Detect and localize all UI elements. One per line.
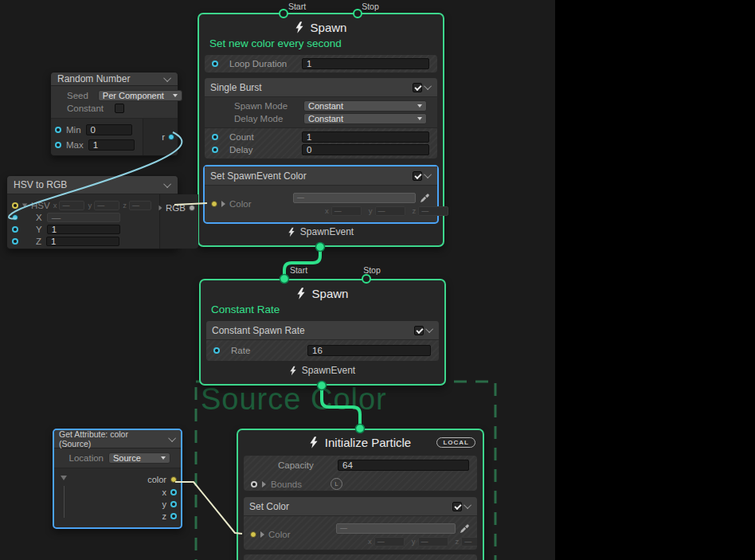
expand-triangle-icon[interactable] [158,206,162,210]
loop-duration-port[interactable] [212,61,218,67]
location-label: Location [65,453,104,463]
node-title: Initialize Particle [325,436,411,449]
hsv-label: HSV [31,201,50,210]
group-title-source-color[interactable]: Source Color [201,382,387,417]
lightning-icon [290,366,296,376]
chevron-down-icon[interactable] [424,82,432,90]
eyedropper-icon[interactable] [460,523,470,534]
set-spawnevent-color-block[interactable]: Set SpawnEvent Color Color — x— y [203,165,439,224]
hsv-x-port[interactable] [12,214,18,221]
color-output-label: color [147,475,166,484]
spawnevent-output-row: SpawnEvent [199,224,443,240]
dropdown-arrow-icon [161,456,166,460]
set-spawnevent-color-enabled-checkbox[interactable] [413,171,422,181]
bounds-port[interactable] [251,481,257,488]
capacity-field[interactable]: 64 [338,460,469,471]
indent-guide [64,486,65,518]
local-space-badge[interactable]: LOCAL [436,437,475,448]
edge-attribute-color-to-set-color[interactable] [175,482,242,534]
color-y-field: — [375,206,405,216]
spawn-context-2[interactable]: Spawn Constant Rate Constant Spawn Rate … [199,279,446,386]
node-subtitle: Set new color every second [199,36,443,52]
set-color-block[interactable]: Set Color Color — x— y— [244,497,477,549]
hsv-z-field[interactable]: 1 [46,237,119,246]
rate-port[interactable] [213,347,220,354]
rate-field[interactable]: 16 [307,345,431,356]
hsv-z-port[interactable] [12,238,18,245]
expand-triangle-icon[interactable] [260,531,264,538]
chevron-down-icon[interactable] [163,74,171,82]
node-title: Spawn [312,287,349,300]
delay-mode-dropdown[interactable]: Constant [303,113,427,124]
count-port[interactable] [212,134,218,140]
seed-label: Seed [67,91,88,100]
seed-dropdown[interactable]: Per Component [98,90,182,101]
hsv-input-port[interactable] [12,202,18,209]
hsv-z-label: Z [36,237,41,246]
hsv-x-label: X [36,213,42,222]
x-output-port[interactable] [170,489,177,495]
bounds-label: Bounds [271,480,302,489]
z-output-port[interactable] [170,513,177,519]
constant-spawn-rate-block[interactable]: Constant Spawn Rate Rate 16 [206,321,439,361]
random-output-port[interactable] [168,134,174,140]
min-port[interactable] [55,127,61,133]
chevron-down-icon[interactable] [163,180,171,188]
lightning-icon [295,22,303,33]
loop-duration-field[interactable]: 1 [302,58,429,69]
expand-triangle-icon[interactable] [221,201,225,207]
spawn1-start-label: Start [288,2,306,11]
link-icon[interactable]: L [331,478,342,490]
single-burst-block[interactable]: Single Burst Spawn Mode Constant Delay M… [205,78,437,159]
count-field[interactable]: 1 [302,131,429,143]
random-output-label: r [162,132,165,142]
delay-mode-label: Delay Mode [234,114,283,123]
dropdown-arrow-icon [417,117,422,120]
constant-checkbox[interactable] [115,104,124,113]
dropdown-arrow-icon [417,104,422,108]
eyedropper-icon[interactable] [420,193,430,203]
initialize-particle-context[interactable]: Initialize Particle LOCAL Capacity 64 Bo… [237,429,484,560]
node-title: Spawn [311,21,347,34]
loop-duration-block: Loop Duration 1 [205,55,437,72]
spawnevent-color-label: Color [229,199,251,209]
chevron-down-icon[interactable] [464,501,471,509]
collapse-triangle-icon[interactable] [61,476,67,480]
collapse-triangle-icon[interactable] [22,203,27,207]
rgb-output-port[interactable] [189,205,195,211]
hsv-to-rgb-node[interactable]: HSV to RGB HSV x— y— z— X — [6,175,178,249]
color-gradient-field[interactable]: — [336,523,456,534]
location-dropdown[interactable]: Source [108,452,170,464]
spawn-mode-dropdown[interactable]: Constant [303,100,427,112]
set-spawnevent-color-title: Set SpawnEvent Color [210,170,307,182]
random-number-title: Random Number [57,73,130,84]
single-burst-enabled-checkbox[interactable] [413,83,422,92]
constant-spawn-rate-enabled-checkbox[interactable] [414,326,424,335]
get-attribute-title: Get Attribute: color (Source) [59,429,161,448]
expand-triangle-icon[interactable] [262,481,266,488]
spawnevent-color-input-port[interactable] [211,201,217,207]
set-color-input-port[interactable] [250,531,256,538]
get-attribute-color-node[interactable]: Get Attribute: color (Source) Location S… [53,429,182,529]
chevron-down-icon[interactable] [425,325,433,333]
min-field[interactable]: 0 [86,124,132,135]
spawn1-stop-label: Stop [362,2,379,11]
delay-port[interactable] [212,147,218,153]
color-z-field: — [418,206,448,216]
max-field[interactable]: 1 [88,139,135,151]
y-output-port[interactable] [170,501,177,507]
spawn2-stop-label: Stop [363,265,381,275]
hsv-y-field[interactable]: 1 [47,225,120,234]
vfx-graph-canvas[interactable]: Source Color Spawn Set new color every s… [0,0,755,560]
set-color-enabled-checkbox[interactable] [452,502,462,511]
chevron-down-icon[interactable] [168,434,176,442]
delay-field[interactable]: 0 [302,144,429,155]
hsv-y-port[interactable] [12,226,18,233]
set-color-title: Set Color [249,501,289,512]
spawn-context-1[interactable]: Spawn Set new color every second Loop Du… [198,13,444,247]
color-gradient-field[interactable]: — [293,193,416,203]
random-number-node[interactable]: Random Number Seed Per Component Constan… [50,72,178,156]
chevron-down-icon[interactable] [424,170,432,178]
color-output-port[interactable] [170,476,177,483]
max-port[interactable] [55,142,61,148]
